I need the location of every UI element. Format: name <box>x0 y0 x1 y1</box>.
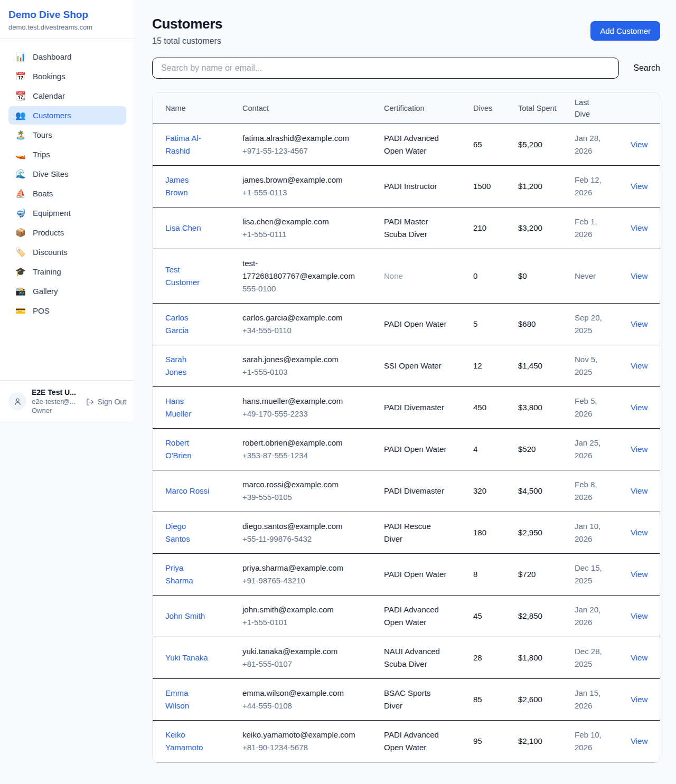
sidebar-item-discounts[interactable]: 🏷️ Discounts <box>8 243 126 261</box>
sidebar-item-label: Gallery <box>33 287 58 296</box>
customer-name-link[interactable]: Yuki Tanaka <box>165 653 208 662</box>
view-link[interactable]: View <box>631 182 647 191</box>
customer-dives: 180 <box>473 512 518 554</box>
view-link[interactable]: View <box>631 403 647 412</box>
search-button[interactable]: Search <box>633 59 660 77</box>
sidebar-item-equipment[interactable]: 🤿 Equipment <box>8 204 126 222</box>
column-header-total-spent: Total Spent <box>518 93 575 124</box>
customer-name-link[interactable]: Marco Rossi <box>165 486 209 495</box>
sidebar-item-label: POS <box>33 306 50 315</box>
customer-certification: PADI Instructor <box>384 166 473 207</box>
customer-last-dive: Jan 25, 2026 <box>575 429 608 470</box>
sign-out-button[interactable]: Sign Out <box>86 398 126 406</box>
table-row-yuki-tanaka: Yuki Tanaka yuki.tanaka@example.com +81-… <box>153 637 660 679</box>
customer-dives: 12 <box>473 345 518 387</box>
user-role: Owner <box>32 407 81 414</box>
customer-total-spent: $1,800 <box>518 637 575 679</box>
view-link[interactable]: View <box>631 570 647 579</box>
customer-name-link[interactable]: Hans Mueller <box>165 396 191 418</box>
customer-certification: PADI Open Water <box>384 554 473 596</box>
customer-email: emma.wilson@example.com <box>242 687 368 700</box>
nav-icon: 🚤 <box>15 150 26 159</box>
sidebar-item-label: Discounts <box>33 248 68 257</box>
customer-name-link[interactable]: Emma Wilson <box>165 688 189 710</box>
customer-certification: PADI Advanced Open Water <box>384 596 473 637</box>
customer-last-dive: Never <box>575 249 608 304</box>
customer-name-link[interactable]: Test Customer <box>165 265 200 287</box>
customer-name-link[interactable]: Priya Sharma <box>165 563 193 585</box>
customers-table-card: Name Contact Certification Dives Total S… <box>152 92 660 763</box>
sidebar-item-calendar[interactable]: 📆 Calendar <box>8 87 126 105</box>
customer-phone: +44-555-0108 <box>242 700 368 712</box>
customer-name-link[interactable]: Fatima Al-Rashid <box>165 134 201 155</box>
customer-name-link[interactable]: Keiko Yamamoto <box>165 730 203 752</box>
page-title: Customers <box>152 16 222 32</box>
customer-certification: PADI Open Water <box>384 304 473 345</box>
customer-dives: 450 <box>473 387 518 429</box>
add-customer-button[interactable]: Add Customer <box>590 21 660 41</box>
search-input[interactable] <box>152 58 619 79</box>
table-row-sarah-jones: Sarah Jones sarah.jones@example.com +1-5… <box>153 345 660 387</box>
view-link[interactable]: View <box>631 271 647 280</box>
table-row-robert-obrien: Robert O'Brien robert.obrien@example.com… <box>153 429 660 470</box>
customer-phone: +353-87-555-1234 <box>242 449 368 462</box>
customer-dives: 85 <box>473 679 518 721</box>
sign-out-icon <box>86 398 94 406</box>
customer-phone: +1-555-0111 <box>242 228 368 241</box>
customer-email: diego.santos@example.com <box>242 520 368 533</box>
customer-total-spent: $680 <box>518 304 575 345</box>
sidebar-item-label: Dashboard <box>33 52 71 61</box>
customer-name-link[interactable]: Lisa Chen <box>165 223 201 232</box>
sidebar-item-bookings[interactable]: 📅 Bookings <box>8 67 126 86</box>
customer-email: sarah.jones@example.com <box>242 353 368 366</box>
customer-phone: +49-170-555-2233 <box>242 408 368 420</box>
customer-email: robert.obrien@example.com <box>242 437 368 449</box>
customer-total-spent: $3,200 <box>518 207 575 249</box>
view-link[interactable]: View <box>631 695 647 704</box>
view-link[interactable]: View <box>631 223 647 232</box>
table-row-test-customer: Test Customer test-1772681807767@example… <box>153 249 660 304</box>
sidebar-item-label: Boats <box>33 189 53 198</box>
sidebar-item-products[interactable]: 📦 Products <box>8 223 126 242</box>
customer-name-link[interactable]: Diego Santos <box>165 522 190 543</box>
table-row-hans-mueller: Hans Mueller hans.mueller@example.com +4… <box>153 387 660 429</box>
customer-name-link[interactable]: James Brown <box>165 175 189 197</box>
sidebar-item-boats[interactable]: ⛵ Boats <box>8 184 126 203</box>
view-link[interactable]: View <box>631 445 647 454</box>
sidebar-item-label: Training <box>33 267 61 276</box>
customer-name-link[interactable]: Sarah Jones <box>165 355 186 376</box>
column-header-dives: Dives <box>473 93 518 124</box>
sidebar-item-training[interactable]: 🎓 Training <box>8 262 126 281</box>
customer-dives: 65 <box>473 124 518 166</box>
customer-name-link[interactable]: Robert O'Brien <box>165 438 192 460</box>
nav-icon: 🏝️ <box>15 131 26 139</box>
nav-icon: 📆 <box>15 92 26 100</box>
customer-phone: +1-555-0101 <box>242 616 368 629</box>
table-row-james-brown: James Brown james.brown@example.com +1-5… <box>153 166 660 207</box>
column-header-last-dive: Last Dive <box>575 93 608 124</box>
view-link[interactable]: View <box>631 486 647 495</box>
sidebar-item-tours[interactable]: 🏝️ Tours <box>8 126 126 144</box>
view-link[interactable]: View <box>631 653 647 662</box>
table-row-keiko-yamamoto: Keiko Yamamoto keiko.yamamoto@example.co… <box>153 721 660 762</box>
sidebar-item-label: Customers <box>33 111 71 120</box>
view-link[interactable]: View <box>631 611 647 620</box>
view-link[interactable]: View <box>631 319 647 328</box>
view-link[interactable]: View <box>631 528 647 537</box>
customer-name-link[interactable]: Carlos Garcia <box>165 313 189 335</box>
sidebar-item-pos[interactable]: 💳 POS <box>8 301 126 320</box>
customer-last-dive: Jan 10, 2026 <box>575 512 608 554</box>
view-link[interactable]: View <box>631 361 647 370</box>
sidebar-item-customers[interactable]: 👥 Customers <box>8 106 126 125</box>
view-link[interactable]: View <box>631 140 647 149</box>
customer-name-link[interactable]: John Smith <box>165 611 205 620</box>
customer-total-spent: $1,200 <box>518 166 575 207</box>
view-link[interactable]: View <box>631 736 647 745</box>
sidebar-item-dashboard[interactable]: 📊 Dashboard <box>8 48 126 66</box>
sidebar-item-dive-sites[interactable]: 🌊 Dive Sites <box>8 165 126 183</box>
sidebar-item-trips[interactable]: 🚤 Trips <box>8 145 126 164</box>
shop-title: Demo Dive Shop <box>8 9 126 21</box>
sidebar-item-label: Calendar <box>33 91 65 100</box>
sidebar-item-gallery[interactable]: 📸 Gallery <box>8 282 126 300</box>
customer-phone: +1-555-0103 <box>242 366 368 379</box>
